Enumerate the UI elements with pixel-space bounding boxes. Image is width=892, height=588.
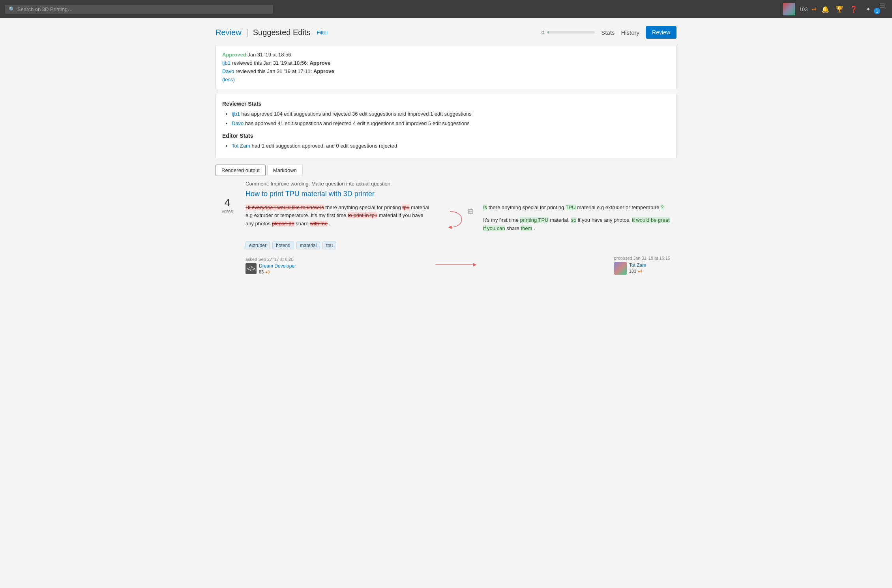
tag-extruder[interactable]: extruder xyxy=(245,242,270,249)
editor-stat-1: Tot Zam had 1 edit suggestion approved, … xyxy=(232,142,670,150)
reviewer2-line: Davo reviewed this Jan 31 '19 at 17:11: … xyxy=(222,68,670,74)
tag-tpu[interactable]: tpu xyxy=(322,242,336,249)
rev-text-3: It's my first time xyxy=(483,217,520,223)
original-paragraph-1: Hi everyone I would like to know is ther… xyxy=(245,204,433,228)
asker-avatar: </> xyxy=(245,263,257,274)
reviewer1-action: Approve xyxy=(309,60,330,66)
nav-right: 103 ●4 🔔 🏆 ❓ ✦ ☰ 1 xyxy=(783,1,887,17)
achievements-icon[interactable]: 🏆 xyxy=(834,4,845,14)
history-link[interactable]: History xyxy=(621,29,639,36)
proposed-label: proposed Jan 31 '19 at 16:15 xyxy=(614,256,670,260)
content-area: 4 votes Comment: Improve wording. Make q… xyxy=(216,181,676,275)
reviewer-stat-1-text: has approved 104 edit suggestions and re… xyxy=(242,111,472,117)
review-button[interactable]: Review xyxy=(646,26,676,39)
reviewer-stat-2: Davo has approved 41 edit suggestions an… xyxy=(232,120,670,127)
del-intro: Hi everyone I would like to know is xyxy=(245,204,324,210)
proposer-rep: 103 xyxy=(629,269,636,273)
page-container: Review | Suggested Edits Filter 0 Stats … xyxy=(209,26,683,275)
diff-arrow: 🖥 xyxy=(442,204,474,235)
approval-status: Approved xyxy=(222,52,246,58)
reviewer1-line: tjb1 reviewed this Jan 31 '19 at 18:56: … xyxy=(222,60,670,66)
reviewer-stat-1-name[interactable]: tjb1 xyxy=(232,111,240,117)
breadcrumb-separator: | xyxy=(246,28,248,37)
tab-rendered[interactable]: Rendered output xyxy=(216,165,266,176)
proposer-avatar xyxy=(614,262,627,275)
nav-score: 103 xyxy=(799,6,808,12)
editor-stats-list: Tot Zam had 1 edit suggestion approved, … xyxy=(232,142,670,150)
progress-container: 0 xyxy=(542,30,595,36)
votes-label: votes xyxy=(216,209,239,214)
proposer-name[interactable]: Tot Zam xyxy=(629,262,646,268)
reviewer-stats-title: Reviewer Stats xyxy=(222,101,670,107)
diff-original: Hi everyone I would like to know is ther… xyxy=(245,204,433,235)
stats-link[interactable]: Stats xyxy=(601,29,615,36)
progress-number: 0 xyxy=(542,30,544,36)
monitor-icon: 🖥 xyxy=(467,208,474,216)
post-column: Comment: Improve wording. Make question … xyxy=(239,181,676,275)
diff-arrow-svg xyxy=(446,204,470,235)
approval-card: Approved Jan 31 '19 at 18:56: tjb1 revie… xyxy=(216,45,676,89)
asker-info: Dream Developer 83 ●9 xyxy=(259,263,296,275)
reviewer2-link[interactable]: Davo xyxy=(222,68,234,74)
votes-column: 4 votes xyxy=(216,181,239,275)
search-bar[interactable]: 🔍 Search on 3D Printing… xyxy=(5,5,273,14)
proposer-info: Tot Zam 103 ●4 xyxy=(629,262,646,274)
editor-stats-title: Editor Stats xyxy=(222,133,670,139)
editor-stats: Editor Stats Tot Zam had 1 edit suggesti… xyxy=(222,133,670,150)
breadcrumb-review[interactable]: Review xyxy=(216,28,242,37)
editor-stat-1-name[interactable]: Tot Zam xyxy=(232,143,250,149)
rev-text-1: there anything special for printing xyxy=(489,204,566,210)
ins-is: Is xyxy=(483,204,487,210)
proposer-card: Tot Zam 103 ●4 xyxy=(614,262,670,275)
search-icon: 🔍 xyxy=(9,6,15,12)
asked-label: asked Sep 27 '17 at 6:20 xyxy=(245,257,296,262)
proposer-dot: ●4 xyxy=(638,269,643,273)
reviewer2-action: Approve xyxy=(313,68,334,74)
reviewer1-link[interactable]: tjb1 xyxy=(222,60,230,66)
header-right: 0 Stats History Review xyxy=(542,26,676,39)
proposed-arrow-svg xyxy=(431,255,479,275)
del-with-me: with me xyxy=(310,221,328,227)
tags-row: extruder hotend material tpu xyxy=(245,242,670,249)
reviewer-stat-1: tjb1 has approved 104 edit suggestions a… xyxy=(232,110,670,118)
votes-number: 4 xyxy=(216,197,239,209)
progress-bar xyxy=(547,31,595,34)
asker-card: </> Dream Developer 83 ●9 xyxy=(245,263,296,275)
meta-row: asked Sep 27 '17 at 6:20 </> Dream Devel… xyxy=(245,255,670,275)
ins-question: ? xyxy=(661,204,663,210)
tab-markdown[interactable]: Markdown xyxy=(267,165,303,176)
tag-hotend[interactable]: hotend xyxy=(272,242,294,249)
less-link[interactable]: (less) xyxy=(222,77,670,82)
filter-link[interactable]: Filter xyxy=(317,30,328,36)
stack-exchange-icon-wrapper: ☰ 1 xyxy=(877,1,887,17)
meta-icon[interactable]: ✦ xyxy=(863,4,873,14)
revised-paragraph-2: It's my first time printing TPU material… xyxy=(483,216,670,233)
orig-text-5: share xyxy=(296,221,310,227)
rev-period: . xyxy=(534,225,535,231)
reviewer-stats-list: tjb1 has approved 104 edit suggestions a… xyxy=(232,110,670,127)
del-print: to print in tpu xyxy=(348,212,377,218)
page-title: Suggested Edits xyxy=(253,28,311,37)
orig-text-3: It's my first time xyxy=(311,212,347,218)
asked-section: asked Sep 27 '17 at 6:20 </> Dream Devel… xyxy=(245,257,296,275)
asker-name[interactable]: Dream Developer xyxy=(259,263,296,269)
del-tpu: tpu xyxy=(402,204,409,210)
user-avatar-nav[interactable] xyxy=(783,3,795,15)
ins-them: them xyxy=(521,225,532,231)
tag-material[interactable]: material xyxy=(296,242,320,249)
search-placeholder: Search on 3D Printing… xyxy=(17,6,73,12)
asker-rep: 83 xyxy=(259,270,264,274)
inbox-icon[interactable]: 🔔 xyxy=(820,4,830,14)
orig-text-1: there anything special for printing xyxy=(325,204,402,210)
help-icon[interactable]: ❓ xyxy=(849,4,859,14)
proposed-arrow xyxy=(431,255,479,275)
diff-area: Hi everyone I would like to know is ther… xyxy=(245,204,670,235)
top-navigation: 🔍 Search on 3D Printing… 103 ●4 🔔 🏆 ❓ ✦ … xyxy=(0,0,892,18)
reviewer2-text: reviewed this Jan 31 '19 at 17:11: xyxy=(236,68,313,74)
revised-paragraph-1: Is there anything special for printing T… xyxy=(483,204,670,212)
reviewer-stat-2-name[interactable]: Davo xyxy=(232,120,244,126)
post-title[interactable]: How to print TPU material with 3D printe… xyxy=(245,190,670,198)
orig-period: . xyxy=(329,221,331,227)
page-header-left: Review | Suggested Edits Filter xyxy=(216,28,328,37)
ins-tpu: TPU xyxy=(566,204,576,210)
